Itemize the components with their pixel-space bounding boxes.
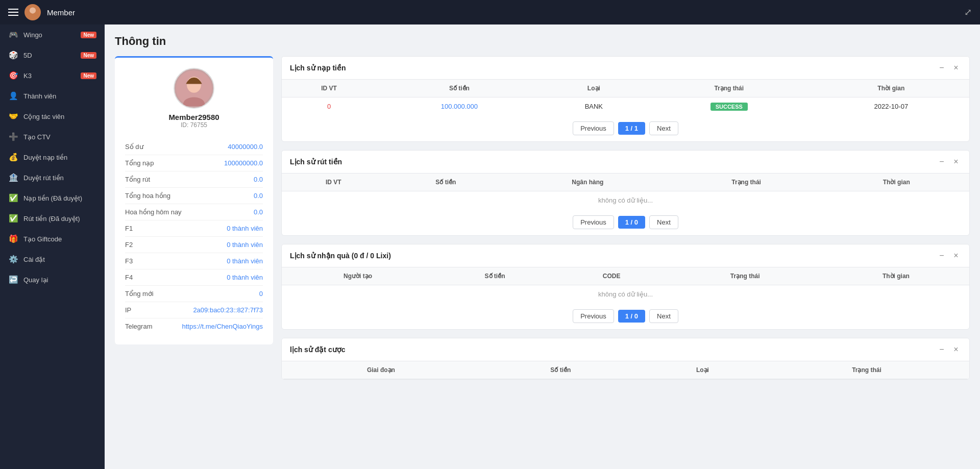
field-value: 2a09:bac0:23::827:7f73 xyxy=(193,306,263,314)
bet-minimize-btn[interactable]: − xyxy=(937,344,947,355)
gift-panel-header: Lịch sử nhận quà (0 đ / 0 Lixi) − × xyxy=(282,244,969,267)
deposit-col-header: Loại xyxy=(543,80,645,97)
field-value: 0.0 xyxy=(254,176,263,183)
field-label: Tổng mới xyxy=(125,290,154,298)
field-value: 0 thành viên xyxy=(227,225,263,232)
deposit-close-btn[interactable]: × xyxy=(951,63,961,73)
gift-no-data: không có dữ liệu... xyxy=(282,285,969,304)
bet-panel-header: lịch sử đặt cược − × xyxy=(282,338,969,361)
profile-card: Member29580 ID: 76755 Số dư 40000000.0 T… xyxy=(115,56,273,344)
profile-field: Tổng hoa hồng 0.0 xyxy=(125,188,263,204)
withdraw-table-head: ID VTSố tiềnNgân hàngTrạng tháiThời gian xyxy=(282,174,969,191)
withdraw-no-data-row: không có dữ liệu... xyxy=(282,191,969,210)
withdraw-col-header: Số tiền xyxy=(385,174,506,191)
sidebar-item-5d[interactable]: 🎲 5D New xyxy=(0,45,105,65)
deposit-minimize-btn[interactable]: − xyxy=(937,63,947,73)
sidebar-item-cai-dat[interactable]: ⚙️ Cài đặt xyxy=(0,249,105,269)
withdraw-next-btn[interactable]: Next xyxy=(649,215,678,229)
gift-col-header: Trạng thái xyxy=(667,267,822,285)
profile-field: Tổng rút 0.0 xyxy=(125,171,263,188)
deposit-table-body: 0 100.000.000 BANK SUCCESS 2022-10-07 xyxy=(282,97,969,116)
deposit-prev-btn[interactable]: Previous xyxy=(573,121,614,135)
withdraw-col-header: Ngân hàng xyxy=(506,174,669,191)
sidebar-item-nap-tien-da-duyet[interactable]: ✅ Nạp tiền (Đã duyệt) xyxy=(0,188,105,208)
bet-table-head: Giai đoạnSố tiềnLoạiTrạng thái xyxy=(282,361,969,379)
withdraw-minimize-btn[interactable]: − xyxy=(937,157,947,167)
gift-panel-controls: − × xyxy=(937,251,961,261)
profile-username: Member29580 xyxy=(168,113,219,121)
gift-table-body: không có dữ liệu... xyxy=(282,285,969,304)
gift-col-header: Số tiền xyxy=(434,267,556,285)
sidebar-item-tao-giftcode[interactable]: 🎁 Tạo Giftcode xyxy=(0,229,105,249)
sidebar-label-k3: K3 xyxy=(23,72,76,80)
profile-id: ID: 76755 xyxy=(181,121,207,129)
bet-col-header: Trạng thái xyxy=(764,361,969,379)
sidebar-item-duyet-nap-tien[interactable]: 💰 Duyệt nạp tiền xyxy=(0,147,105,167)
profile-field: Số dư 40000000.0 xyxy=(125,139,263,155)
withdraw-history-panel: Lịch sử rút tiền − × ID VTSố tiềnNgân hà… xyxy=(281,150,970,236)
gift-table: Người tạoSố tiềnCODETrạng tháiThời gian … xyxy=(282,267,969,303)
withdraw-col-header: Trạng thái xyxy=(669,174,824,191)
gift-minimize-btn[interactable]: − xyxy=(937,251,947,261)
deposit-page-current: 1 / 1 xyxy=(618,122,645,135)
field-value: 0 xyxy=(259,290,263,298)
svg-point-0 xyxy=(30,7,36,13)
sidebar-item-wingo[interactable]: 🎮 Wingo New xyxy=(0,24,105,45)
deposit-so-tien: 100.000.000 xyxy=(376,97,543,116)
field-label: F2 xyxy=(125,241,133,249)
field-value: 0.0 xyxy=(254,208,263,216)
profile-fields: Số dư 40000000.0 Tổng nạp 100000000.0 Tổ… xyxy=(125,139,263,334)
sidebar: 🎮 Wingo New 🎲 5D New 🎯 K3 New 👤 Thành vi… xyxy=(0,24,105,469)
sidebar-item-quay-lai[interactable]: ↩️ Quay lại xyxy=(0,269,105,290)
deposit-panel-title: Lịch sử nạp tiền xyxy=(290,64,346,72)
menu-toggle[interactable] xyxy=(8,9,18,16)
sidebar-item-thanh-vien[interactable]: 👤 Thành viên xyxy=(0,86,105,106)
field-label: Số dư xyxy=(125,143,143,151)
sidebar-item-rut-tien-da-duyet[interactable]: ✅ Rút tiền (Đã duyệt) xyxy=(0,208,105,229)
avatar xyxy=(24,4,41,20)
bet-col-header: Giai đoạn xyxy=(282,361,480,379)
field-value: 0.0 xyxy=(254,192,263,200)
gift-col-header: CODE xyxy=(556,267,668,285)
deposit-col-header: Thời gian xyxy=(813,80,969,97)
deposit-thoi-gian: 2022-10-07 xyxy=(813,97,969,116)
sidebar-label-quay-lai: Quay lại xyxy=(23,276,96,284)
bet-col-header: Số tiền xyxy=(480,361,641,379)
field-value: https://t.me/ChenQiaoYings xyxy=(182,323,263,330)
deposit-panel-header: Lịch sử nạp tiền − × xyxy=(282,57,969,80)
sidebar-icon-nap-tien-da-duyet: ✅ xyxy=(8,193,18,203)
sidebar-item-tao-ctv[interactable]: ➕ Tạo CTV xyxy=(0,127,105,147)
expand-icon[interactable]: ⤢ xyxy=(964,7,972,18)
withdraw-page-current: 1 / 0 xyxy=(618,216,645,229)
field-value: 0 thành viên xyxy=(227,257,263,265)
sidebar-label-duyet-rut-tien: Duyệt rút tiền xyxy=(23,174,96,182)
bet-close-btn[interactable]: × xyxy=(951,344,961,355)
field-label: Telegram xyxy=(125,323,152,330)
profile-field: F1 0 thành viên xyxy=(125,220,263,237)
deposit-next-btn[interactable]: Next xyxy=(649,121,678,135)
gift-close-btn[interactable]: × xyxy=(951,251,961,261)
withdraw-close-btn[interactable]: × xyxy=(951,157,961,167)
deposit-pagination: Previous 1 / 1 Next xyxy=(282,115,969,141)
field-label: F1 xyxy=(125,225,133,232)
withdraw-pagination: Previous 1 / 0 Next xyxy=(282,209,969,235)
sidebar-label-5d: 5D xyxy=(23,52,76,59)
sidebar-item-duyet-rut-tien[interactable]: 🏦 Duyệt rút tiền xyxy=(0,167,105,188)
deposit-loai: BANK xyxy=(543,97,645,116)
gift-next-btn[interactable]: Next xyxy=(649,309,678,323)
deposit-col-header: Trạng thái xyxy=(645,80,813,97)
profile-field: F2 0 thành viên xyxy=(125,237,263,253)
sidebar-icon-5d: 🎲 xyxy=(8,50,18,60)
withdraw-prev-btn[interactable]: Previous xyxy=(573,215,614,229)
sidebar-item-k3[interactable]: 🎯 K3 New xyxy=(0,65,105,86)
sidebar-label-wingo: Wingo xyxy=(23,31,76,39)
sidebar-label-rut-tien-da-duyet: Rút tiền (Đã duyệt) xyxy=(23,215,96,223)
gift-prev-btn[interactable]: Previous xyxy=(573,309,614,323)
profile-avatar xyxy=(174,68,214,109)
gift-panel-title: Lịch sử nhận quà (0 đ / 0 Lixi) xyxy=(290,252,391,260)
badge-5d: New xyxy=(81,52,96,59)
sidebar-item-cong-tac-vien[interactable]: 🤝 Cộng tác viên xyxy=(0,106,105,127)
deposit-table: ID VTSố tiềnLoạiTrạng tháiThời gian 0 10… xyxy=(282,80,969,115)
withdraw-table: ID VTSố tiềnNgân hàngTrạng tháiThời gian… xyxy=(282,174,969,209)
sidebar-icon-quay-lai: ↩️ xyxy=(8,275,18,285)
